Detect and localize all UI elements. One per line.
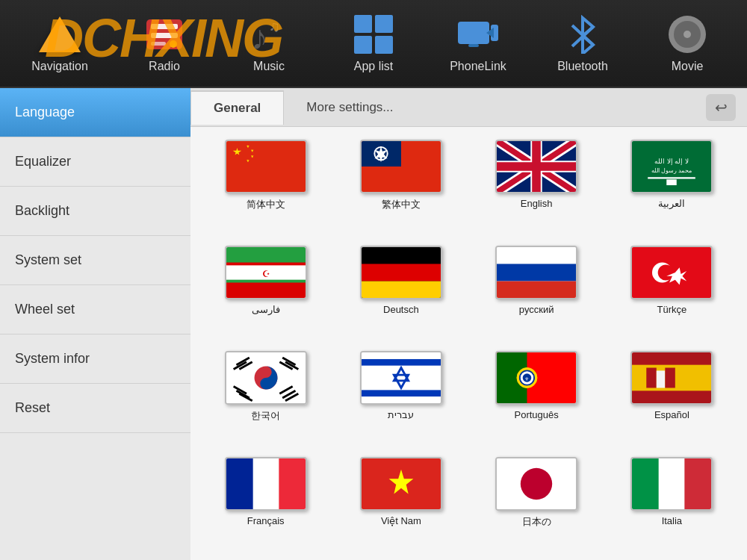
nav-item-music[interactable]: ♪ ♫ Music <box>232 14 306 73</box>
nav-item-radio[interactable]: Radio <box>127 14 202 73</box>
svg-text:لا إله إلا الله: لا إله إلا الله <box>655 158 689 166</box>
language-label-en: English <box>521 198 553 209</box>
settings-area: Language Equalizer Backlight System set … <box>0 88 747 560</box>
language-label-fa: فارسی <box>252 304 280 315</box>
flag-de <box>360 246 442 299</box>
svg-rect-67 <box>362 359 441 366</box>
nav-item-movie[interactable]: Movie <box>650 14 725 73</box>
language-item-it[interactable]: Italia <box>608 453 736 552</box>
language-item-ar[interactable]: لا إله إلا الله محمد رسول الله العربية <box>608 136 736 234</box>
svg-rect-35 <box>667 179 677 185</box>
svg-rect-44 <box>362 281 441 298</box>
flag-en <box>495 140 577 193</box>
language-label-zh-tw: 繁体中文 <box>382 198 421 211</box>
nav-label-applist: App list <box>354 60 393 73</box>
svg-point-50 <box>658 264 674 280</box>
language-item-en[interactable]: English <box>473 136 601 234</box>
flag-zh-tw <box>360 140 442 193</box>
bluetooth-icon <box>562 14 604 55</box>
language-label-he: עברית <box>388 409 414 420</box>
tabs-bar: General More settings... ↩ <box>190 88 747 127</box>
language-label-zh-cn: 简体中文 <box>247 198 285 211</box>
back-button[interactable]: ↩ <box>706 94 736 121</box>
sidebar-item-systeminfor[interactable]: System infor <box>0 335 190 384</box>
sidebar-item-language[interactable]: Language <box>0 88 190 137</box>
svg-rect-84 <box>279 458 306 509</box>
nav-label-music: Music <box>253 60 285 73</box>
svg-rect-68 <box>362 390 441 396</box>
sidebar-item-reset[interactable]: Reset <box>0 384 190 433</box>
language-item-he[interactable]: עברית <box>337 347 465 446</box>
flag-tr <box>630 246 713 299</box>
flag-fr <box>225 457 307 511</box>
svg-text:♫: ♫ <box>269 18 280 34</box>
nav-label-movie: Movie <box>672 60 704 73</box>
tab-general[interactable]: General <box>190 90 284 125</box>
svg-rect-81 <box>666 368 675 388</box>
svg-rect-30 <box>532 140 541 192</box>
svg-rect-41 <box>226 279 306 282</box>
radio-icon <box>144 14 185 55</box>
language-item-tr[interactable]: Türkçe <box>608 242 736 340</box>
nav-item-navigation[interactable]: Navigation <box>22 14 97 73</box>
language-item-ko[interactable]: 한국어 <box>202 347 329 446</box>
flag-zh-cn <box>225 140 307 193</box>
sidebar-item-systemset[interactable]: System set <box>0 236 190 285</box>
svg-text:☪: ☪ <box>261 269 270 278</box>
flag-es <box>630 351 713 405</box>
sidebar-item-wheelset[interactable]: Wheel set <box>0 285 190 335</box>
language-label-de: Deutsch <box>383 304 419 315</box>
svg-point-4 <box>170 40 177 48</box>
tab-moresettings[interactable]: More settings... <box>284 91 415 124</box>
language-label-vi: Việt Nam <box>381 515 421 526</box>
language-item-ja[interactable]: 日本の <box>473 453 601 552</box>
language-item-de[interactable]: Deutsch <box>337 242 465 340</box>
svg-rect-47 <box>497 281 576 298</box>
language-label-pt: Português <box>514 409 558 420</box>
language-item-fa[interactable]: ☪ فارسی <box>202 242 329 340</box>
svg-rect-37 <box>226 246 306 264</box>
top-navbar: Navigation Radio ♪ ♫ Music <box>0 0 747 88</box>
flag-pt: ⚜ <box>495 351 577 405</box>
language-label-es: Español <box>654 409 689 420</box>
nav-item-bluetooth[interactable]: Bluetooth <box>545 14 620 73</box>
svg-rect-79 <box>647 368 657 388</box>
svg-rect-2 <box>151 33 178 38</box>
sidebar: Language Equalizer Backlight System set … <box>0 88 190 560</box>
flag-it <box>630 457 713 511</box>
language-label-fr: Français <box>247 515 285 526</box>
flag-ar: لا إله إلا الله محمد رسول الله <box>630 140 713 193</box>
nav-label-navigation: Navigation <box>31 60 88 73</box>
music-icon: ♪ ♫ <box>249 14 290 55</box>
language-item-vi[interactable]: Việt Nam <box>337 453 465 552</box>
svg-rect-11 <box>226 140 306 192</box>
content-area: General More settings... ↩ <box>190 88 747 560</box>
nav-item-applist[interactable]: App list <box>336 14 411 73</box>
flag-ru <box>495 246 577 299</box>
flag-ja <box>495 457 577 511</box>
nav-item-phonelink[interactable]: PhoneLink <box>441 14 515 73</box>
svg-rect-7 <box>458 22 489 44</box>
language-item-fr[interactable]: Français <box>202 453 329 552</box>
svg-point-88 <box>521 467 552 499</box>
language-item-ru[interactable]: русский <box>473 242 601 340</box>
svg-text:⚜: ⚜ <box>525 376 530 382</box>
language-label-ko: 한국어 <box>251 409 280 423</box>
svg-rect-1 <box>151 24 178 29</box>
language-item-es[interactable]: Español <box>608 347 736 446</box>
language-item-zh-cn[interactable]: 简体中文 <box>202 136 329 234</box>
flag-fa: ☪ <box>225 246 307 299</box>
sidebar-item-equalizer[interactable]: Equalizer <box>0 137 190 187</box>
svg-rect-46 <box>497 264 576 281</box>
language-item-zh-tw[interactable]: 繁体中文 <box>337 136 465 234</box>
sidebar-item-backlight[interactable]: Backlight <box>0 187 190 236</box>
language-item-pt[interactable]: ⚜ Português <box>473 347 601 446</box>
svg-text:♪: ♪ <box>251 18 268 54</box>
svg-text:محمد رسول الله: محمد رسول الله <box>651 167 692 174</box>
movie-icon <box>667 14 708 55</box>
svg-rect-90 <box>632 458 659 509</box>
language-label-ar: العربية <box>658 198 685 209</box>
nav-label-radio: Radio <box>149 60 180 73</box>
language-label-tr: Türkçe <box>657 304 687 315</box>
navigation-icon <box>40 14 81 55</box>
